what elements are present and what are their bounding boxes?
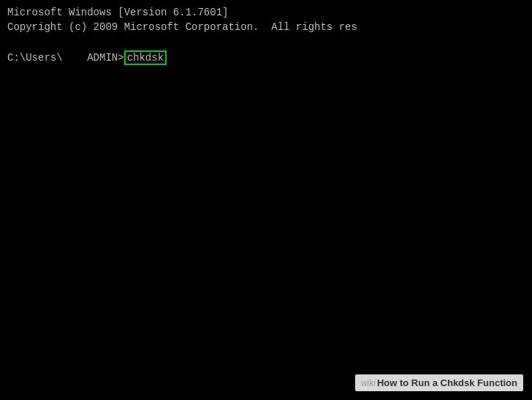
watermark: wiki How to Run a Chkdsk Function <box>355 374 523 391</box>
app-container: Microsoft Windows [Version 6.1.7601] Cop… <box>0 0 532 400</box>
cmd-line-3 <box>7 34 525 49</box>
command-text: chkdsk <box>124 50 167 65</box>
cmd-prompt-line: C:\Users\ ADMIN> chkdsk <box>7 50 525 65</box>
cmd-line-1: Microsoft Windows [Version 6.1.7601] <box>7 6 525 20</box>
cmd-window: Microsoft Windows [Version 6.1.7601] Cop… <box>0 0 532 400</box>
prompt-text: C:\Users\ ADMIN> <box>7 52 124 64</box>
watermark-wiki-label: wiki <box>361 378 376 388</box>
watermark-title: How to Run a Chkdsk Function <box>377 377 517 388</box>
cmd-line-2: Copyright (c) 2009 Microsoft Corporation… <box>7 20 525 35</box>
